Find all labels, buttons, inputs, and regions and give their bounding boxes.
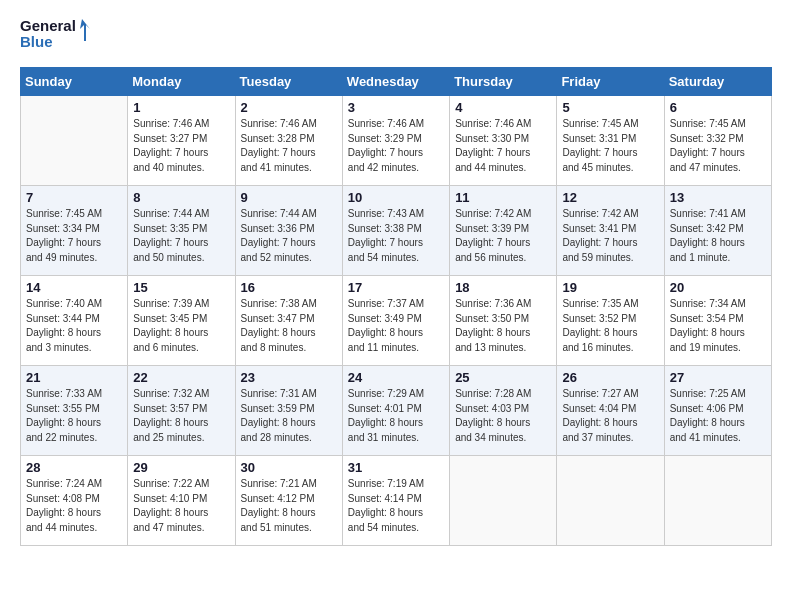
week-row-5: 28Sunrise: 7:24 AM Sunset: 4:08 PM Dayli…: [21, 456, 772, 546]
logo: General Blue: [20, 15, 90, 57]
day-info: Sunrise: 7:37 AM Sunset: 3:49 PM Dayligh…: [348, 297, 444, 355]
day-number: 25: [455, 370, 551, 385]
day-cell: 24Sunrise: 7:29 AM Sunset: 4:01 PM Dayli…: [342, 366, 449, 456]
weekday-header-saturday: Saturday: [664, 68, 771, 96]
week-row-3: 14Sunrise: 7:40 AM Sunset: 3:44 PM Dayli…: [21, 276, 772, 366]
day-number: 3: [348, 100, 444, 115]
day-cell: 10Sunrise: 7:43 AM Sunset: 3:38 PM Dayli…: [342, 186, 449, 276]
day-cell: 16Sunrise: 7:38 AM Sunset: 3:47 PM Dayli…: [235, 276, 342, 366]
week-row-1: 1Sunrise: 7:46 AM Sunset: 3:27 PM Daylig…: [21, 96, 772, 186]
day-cell: 17Sunrise: 7:37 AM Sunset: 3:49 PM Dayli…: [342, 276, 449, 366]
day-cell: 8Sunrise: 7:44 AM Sunset: 3:35 PM Daylig…: [128, 186, 235, 276]
day-cell: 3Sunrise: 7:46 AM Sunset: 3:29 PM Daylig…: [342, 96, 449, 186]
day-info: Sunrise: 7:19 AM Sunset: 4:14 PM Dayligh…: [348, 477, 444, 535]
day-number: 13: [670, 190, 766, 205]
day-number: 30: [241, 460, 337, 475]
weekday-header-tuesday: Tuesday: [235, 68, 342, 96]
day-cell: 4Sunrise: 7:46 AM Sunset: 3:30 PM Daylig…: [450, 96, 557, 186]
weekday-header-thursday: Thursday: [450, 68, 557, 96]
day-number: 23: [241, 370, 337, 385]
week-row-2: 7Sunrise: 7:45 AM Sunset: 3:34 PM Daylig…: [21, 186, 772, 276]
day-info: Sunrise: 7:32 AM Sunset: 3:57 PM Dayligh…: [133, 387, 229, 445]
calendar-table: SundayMondayTuesdayWednesdayThursdayFrid…: [20, 67, 772, 546]
day-number: 2: [241, 100, 337, 115]
day-info: Sunrise: 7:39 AM Sunset: 3:45 PM Dayligh…: [133, 297, 229, 355]
day-cell: 18Sunrise: 7:36 AM Sunset: 3:50 PM Dayli…: [450, 276, 557, 366]
day-cell: 30Sunrise: 7:21 AM Sunset: 4:12 PM Dayli…: [235, 456, 342, 546]
svg-text:Blue: Blue: [20, 33, 53, 50]
day-cell: 20Sunrise: 7:34 AM Sunset: 3:54 PM Dayli…: [664, 276, 771, 366]
day-cell: 22Sunrise: 7:32 AM Sunset: 3:57 PM Dayli…: [128, 366, 235, 456]
day-number: 31: [348, 460, 444, 475]
day-info: Sunrise: 7:41 AM Sunset: 3:42 PM Dayligh…: [670, 207, 766, 265]
header: General Blue: [20, 15, 772, 57]
day-info: Sunrise: 7:36 AM Sunset: 3:50 PM Dayligh…: [455, 297, 551, 355]
day-cell: 29Sunrise: 7:22 AM Sunset: 4:10 PM Dayli…: [128, 456, 235, 546]
day-info: Sunrise: 7:40 AM Sunset: 3:44 PM Dayligh…: [26, 297, 122, 355]
day-number: 11: [455, 190, 551, 205]
day-cell: 19Sunrise: 7:35 AM Sunset: 3:52 PM Dayli…: [557, 276, 664, 366]
logo-svg: General Blue: [20, 15, 90, 57]
day-cell: [664, 456, 771, 546]
day-number: 17: [348, 280, 444, 295]
calendar-body: 1Sunrise: 7:46 AM Sunset: 3:27 PM Daylig…: [21, 96, 772, 546]
day-info: Sunrise: 7:33 AM Sunset: 3:55 PM Dayligh…: [26, 387, 122, 445]
day-cell: 5Sunrise: 7:45 AM Sunset: 3:31 PM Daylig…: [557, 96, 664, 186]
day-number: 15: [133, 280, 229, 295]
day-number: 18: [455, 280, 551, 295]
day-number: 24: [348, 370, 444, 385]
day-number: 10: [348, 190, 444, 205]
day-number: 26: [562, 370, 658, 385]
day-number: 29: [133, 460, 229, 475]
day-info: Sunrise: 7:22 AM Sunset: 4:10 PM Dayligh…: [133, 477, 229, 535]
svg-text:General: General: [20, 17, 76, 34]
weekday-header-row: SundayMondayTuesdayWednesdayThursdayFrid…: [21, 68, 772, 96]
week-row-4: 21Sunrise: 7:33 AM Sunset: 3:55 PM Dayli…: [21, 366, 772, 456]
day-info: Sunrise: 7:46 AM Sunset: 3:30 PM Dayligh…: [455, 117, 551, 175]
day-number: 7: [26, 190, 122, 205]
day-cell: 27Sunrise: 7:25 AM Sunset: 4:06 PM Dayli…: [664, 366, 771, 456]
calendar-page: General Blue SundayMondayTuesdayWednesda…: [0, 0, 792, 612]
day-number: 8: [133, 190, 229, 205]
day-info: Sunrise: 7:25 AM Sunset: 4:06 PM Dayligh…: [670, 387, 766, 445]
day-info: Sunrise: 7:43 AM Sunset: 3:38 PM Dayligh…: [348, 207, 444, 265]
day-info: Sunrise: 7:31 AM Sunset: 3:59 PM Dayligh…: [241, 387, 337, 445]
day-info: Sunrise: 7:21 AM Sunset: 4:12 PM Dayligh…: [241, 477, 337, 535]
day-info: Sunrise: 7:34 AM Sunset: 3:54 PM Dayligh…: [670, 297, 766, 355]
day-info: Sunrise: 7:24 AM Sunset: 4:08 PM Dayligh…: [26, 477, 122, 535]
day-cell: 15Sunrise: 7:39 AM Sunset: 3:45 PM Dayli…: [128, 276, 235, 366]
day-number: 6: [670, 100, 766, 115]
day-cell: 9Sunrise: 7:44 AM Sunset: 3:36 PM Daylig…: [235, 186, 342, 276]
day-info: Sunrise: 7:29 AM Sunset: 4:01 PM Dayligh…: [348, 387, 444, 445]
day-number: 5: [562, 100, 658, 115]
day-cell: [557, 456, 664, 546]
day-number: 19: [562, 280, 658, 295]
day-info: Sunrise: 7:46 AM Sunset: 3:29 PM Dayligh…: [348, 117, 444, 175]
day-info: Sunrise: 7:45 AM Sunset: 3:31 PM Dayligh…: [562, 117, 658, 175]
day-number: 1: [133, 100, 229, 115]
weekday-header-sunday: Sunday: [21, 68, 128, 96]
day-number: 14: [26, 280, 122, 295]
day-number: 16: [241, 280, 337, 295]
day-cell: 23Sunrise: 7:31 AM Sunset: 3:59 PM Dayli…: [235, 366, 342, 456]
day-cell: 1Sunrise: 7:46 AM Sunset: 3:27 PM Daylig…: [128, 96, 235, 186]
day-number: 20: [670, 280, 766, 295]
day-info: Sunrise: 7:28 AM Sunset: 4:03 PM Dayligh…: [455, 387, 551, 445]
day-info: Sunrise: 7:27 AM Sunset: 4:04 PM Dayligh…: [562, 387, 658, 445]
day-number: 9: [241, 190, 337, 205]
day-info: Sunrise: 7:45 AM Sunset: 3:32 PM Dayligh…: [670, 117, 766, 175]
day-number: 28: [26, 460, 122, 475]
day-number: 4: [455, 100, 551, 115]
day-info: Sunrise: 7:46 AM Sunset: 3:28 PM Dayligh…: [241, 117, 337, 175]
day-info: Sunrise: 7:45 AM Sunset: 3:34 PM Dayligh…: [26, 207, 122, 265]
day-cell: 7Sunrise: 7:45 AM Sunset: 3:34 PM Daylig…: [21, 186, 128, 276]
day-cell: [450, 456, 557, 546]
day-info: Sunrise: 7:42 AM Sunset: 3:41 PM Dayligh…: [562, 207, 658, 265]
day-info: Sunrise: 7:35 AM Sunset: 3:52 PM Dayligh…: [562, 297, 658, 355]
day-info: Sunrise: 7:46 AM Sunset: 3:27 PM Dayligh…: [133, 117, 229, 175]
day-cell: 25Sunrise: 7:28 AM Sunset: 4:03 PM Dayli…: [450, 366, 557, 456]
day-info: Sunrise: 7:42 AM Sunset: 3:39 PM Dayligh…: [455, 207, 551, 265]
day-number: 12: [562, 190, 658, 205]
day-cell: 26Sunrise: 7:27 AM Sunset: 4:04 PM Dayli…: [557, 366, 664, 456]
weekday-header-wednesday: Wednesday: [342, 68, 449, 96]
